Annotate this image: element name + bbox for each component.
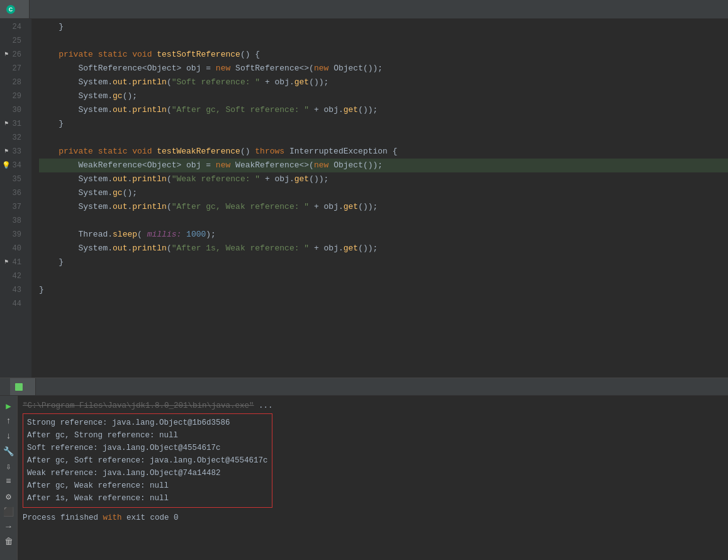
code-line-28: System.out.println("Soft reference: " + … <box>39 76 728 89</box>
scroll-up-button[interactable]: ↑ <box>3 415 15 427</box>
code-line-38 <box>39 214 728 228</box>
run-tab-bar <box>0 378 728 396</box>
line-number-36: 36 <box>0 186 26 200</box>
wrench-icon[interactable]: 🔧 <box>3 445 15 457</box>
bookmark-icon: ⚑ <box>3 51 10 59</box>
code-line-24: } <box>39 20 728 34</box>
run-tab-icon <box>15 383 23 391</box>
line-number-25: 25 <box>0 34 26 48</box>
bookmark-icon: ⚑ <box>3 259 10 266</box>
panel-content: ▶ ↑ ↓ 🔧 ⇩ ≡ ⚙ ⬛ → 🗑 "C:\Program Files\Ja… <box>0 396 728 560</box>
bulb-icon: 💡 <box>3 162 10 169</box>
output-line: Soft reference: java.lang.Object@4554617… <box>27 442 268 454</box>
code-line-35: System.out.println("Weak reference: " + … <box>39 172 728 186</box>
editor-area: 2425⚑2627282930⚑3132⚑33💡34353637383940⚑4… <box>0 19 728 378</box>
run-button[interactable]: ▶ <box>3 400 15 412</box>
line-number-37: 37 <box>0 200 26 214</box>
line-number-39: 39 <box>0 228 26 242</box>
code-area[interactable]: } private static void testSoftReference(… <box>31 19 728 378</box>
bottom-panel: ▶ ↑ ↓ 🔧 ⇩ ≡ ⚙ ⬛ → 🗑 "C:\Program Files\Ja… <box>0 378 728 560</box>
output-line: Weak reference: java.lang.Object@74a1448… <box>27 467 268 479</box>
bookmark-icon: ⚑ <box>3 120 10 128</box>
run-tab[interactable] <box>10 378 36 395</box>
output-line: After gc, Strong reference: null <box>27 429 268 442</box>
line-number-29: 29 <box>0 89 26 103</box>
with-keyword: with <box>103 513 122 522</box>
panel-output[interactable]: "C:\Program Files\Java\jdk1.8.0_201\bin\… <box>18 396 728 560</box>
arrow-right-icon[interactable]: → <box>3 520 15 533</box>
code-line-25 <box>39 34 728 48</box>
line-number-42: 42 <box>0 269 26 283</box>
line-number-28: 28 <box>0 76 26 89</box>
code-line-39: Thread.sleep( millis: 1000); <box>39 228 728 242</box>
output-path-line: "C:\Program Files\Java\jdk1.8.0_201\bin\… <box>23 400 723 412</box>
line-number-30: 30 <box>0 103 26 117</box>
bookmark-icon: ⚑ <box>3 148 10 155</box>
code-line-41: } <box>39 255 728 269</box>
list-icon[interactable]: ≡ <box>3 475 15 488</box>
panel-toolbar: ▶ ↑ ↓ 🔧 ⇩ ≡ ⚙ ⬛ → 🗑 <box>0 396 18 560</box>
code-line-32 <box>39 131 728 145</box>
code-line-26: private static void testSoftReference() … <box>39 48 728 62</box>
line-number-43: 43 <box>0 283 26 297</box>
output-box: Strong reference: java.lang.Object@1b6d3… <box>23 413 272 508</box>
trash-icon[interactable]: 🗑 <box>3 535 15 548</box>
code-line-40: System.out.println("After 1s, Weak refer… <box>39 242 728 255</box>
output-line: After 1s, Weak reference: null <box>27 492 268 505</box>
line-number-40: 40 <box>0 242 26 255</box>
line-number-44: 44 <box>0 297 26 311</box>
line-number-41: ⚑41 <box>0 255 26 269</box>
code-line-43: } <box>39 283 728 297</box>
output-line: Strong reference: java.lang.Object@1b6d3… <box>27 417 268 429</box>
scroll-lock-button[interactable]: ⇩ <box>3 460 15 473</box>
line-number-34: 💡34 <box>0 159 26 172</box>
output-line: After gc, Soft reference: java.lang.Obje… <box>27 454 268 467</box>
print-icon[interactable]: ⬛ <box>3 505 15 518</box>
code-line-34: WeakReference<Object> obj = new WeakRefe… <box>39 159 728 172</box>
output-line: After gc, Weak reference: null <box>27 479 268 492</box>
java-file-icon: C <box>6 5 15 14</box>
editor-tab[interactable]: C <box>0 0 30 18</box>
code-line-33: private static void testWeakReference() … <box>39 145 728 159</box>
line-number-31: ⚑31 <box>0 117 26 131</box>
line-numbers: 2425⚑2627282930⚑3132⚑33💡34353637383940⚑4… <box>0 19 31 378</box>
line-number-32: 32 <box>0 131 26 145</box>
line-number-38: 38 <box>0 214 26 228</box>
line-number-33: ⚑33 <box>0 145 26 159</box>
code-line-31: } <box>39 117 728 131</box>
line-number-26: ⚑26 <box>0 48 26 62</box>
line-number-27: 27 <box>0 62 26 76</box>
code-line-27: SoftReference<Object> obj = new SoftRefe… <box>39 62 728 76</box>
code-line-37: System.out.println("After gc, Weak refer… <box>39 200 728 214</box>
code-line-36: System.gc(); <box>39 186 728 200</box>
code-line-44 <box>39 297 728 311</box>
code-line-30: System.out.println("After gc, Soft refer… <box>39 103 728 117</box>
tab-bar: C <box>0 0 728 19</box>
code-line-29: System.gc(); <box>39 89 728 103</box>
line-number-24: 24 <box>0 20 26 34</box>
gear-icon[interactable]: ⚙ <box>3 490 15 503</box>
code-line-42 <box>39 269 728 283</box>
scroll-down-button[interactable]: ↓ <box>3 430 15 442</box>
process-finished-line: Process finished with exit code 0 <box>23 512 723 524</box>
line-number-35: 35 <box>0 172 26 186</box>
